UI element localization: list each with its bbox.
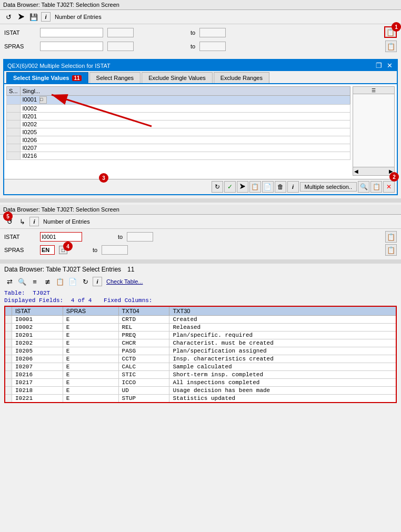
bottom-title-row: Data Browser: Table TJ02T Select Entries…: [4, 266, 397, 273]
bt-icon5[interactable]: 📋: [55, 276, 65, 287]
cell-txt30: All inspections completed: [169, 379, 396, 387]
col-singl: Singl...: [20, 87, 350, 96]
cell-spras: E: [63, 395, 118, 403]
middle-istat-input[interactable]: [40, 232, 82, 242]
cell-spras: E: [63, 324, 118, 332]
top-field-area: ISTAT to 📋 1 SPRAS to: [0, 24, 401, 56]
row-marker: [5, 387, 12, 395]
sync-icon-btn[interactable]: ↻: [212, 181, 223, 193]
filter-icon-btn[interactable]: 🔍: [358, 181, 369, 193]
istat-input2[interactable]: [107, 28, 134, 37]
badge-4: 4: [63, 242, 73, 251]
left-arrow-icon[interactable]: ◀: [354, 168, 358, 174]
cell-txt04: CALC: [118, 363, 169, 371]
spras-input2[interactable]: [107, 42, 134, 51]
row-marker: [5, 339, 12, 347]
paste-icon-btn[interactable]: 📋: [370, 181, 382, 193]
cell-istat: I0221: [12, 395, 63, 403]
cell-txt30: Short-term insp. completed: [169, 371, 396, 379]
table-row[interactable]: I0207: [7, 144, 350, 152]
bt-icon3[interactable]: ≡: [29, 276, 40, 287]
tab-exclude-ranges[interactable]: Exclude Ranges: [214, 72, 269, 83]
bt-info-icon[interactable]: i: [93, 277, 102, 286]
cell-txt30: Sample calculated: [169, 363, 396, 371]
middle-fwd-icon[interactable]: ↳: [17, 216, 27, 227]
spras-input[interactable]: [40, 42, 103, 51]
trash-icon-btn[interactable]: 🗑: [275, 181, 286, 193]
istat-label: ISTAT: [4, 29, 36, 36]
table-row[interactable]: I0205 E PASG Plan/specification assigned: [5, 347, 396, 355]
table-info: Table: TJ02T: [4, 290, 397, 296]
middle-window-title: Data Browser: Table TJ02T: Selection Scr…: [0, 205, 401, 215]
copy-icon-btn[interactable]: 📋: [249, 181, 261, 193]
modal-close-icon[interactable]: ✕: [385, 62, 394, 69]
middle-info-icon[interactable]: i: [29, 217, 39, 226]
bt-icon7[interactable]: ↻: [80, 276, 91, 287]
info-icon[interactable]: i: [41, 12, 51, 22]
cell-spras: E: [63, 355, 118, 363]
info-icon-btn[interactable]: i: [287, 181, 299, 193]
table-row[interactable]: I0002 E REL Released: [5, 324, 396, 332]
col-txt30[interactable]: TXT30: [169, 306, 396, 316]
middle-istat-to-input[interactable]: [127, 232, 153, 242]
forward-icon[interactable]: ⮞: [16, 12, 26, 22]
middle-spras-to-input[interactable]: [102, 245, 128, 255]
table-row[interactable]: I0202 E CHCR Characterist. must be creat…: [5, 339, 396, 347]
table-row[interactable]: I0201 E PREQ Plan/specific. required: [5, 332, 396, 339]
spras-select-btn[interactable]: 📋: [385, 41, 397, 52]
bt-icon6[interactable]: 📄: [67, 276, 78, 287]
move-icon-btn[interactable]: ⮞: [237, 181, 248, 193]
save-icon[interactable]: 💾: [28, 12, 39, 22]
table-row[interactable]: I0216: [7, 152, 350, 160]
table-row[interactable]: I0205: [7, 128, 350, 136]
middle-spras-label: SPRAS: [4, 247, 36, 253]
row-marker: [5, 363, 12, 371]
istat-row: ISTAT to 📋 1: [4, 26, 397, 39]
modal-resize-icon[interactable]: ❐: [375, 62, 383, 69]
table-row[interactable]: I0217 E ICCO All inspections completed: [5, 379, 396, 387]
table-row[interactable]: I0207 E CALC Sample calculated: [5, 363, 396, 371]
table-row[interactable]: I0001 □: [7, 96, 350, 105]
middle-section: Data Browser: Table TJ02T: Selection Scr…: [0, 205, 401, 259]
row-val[interactable]: I0001 □: [20, 96, 350, 105]
table-row[interactable]: I0002: [7, 105, 350, 113]
check-icon-btn[interactable]: ✓: [224, 181, 236, 193]
table-row[interactable]: I0218 E UD Usage decision has been made: [5, 387, 396, 395]
istat-input[interactable]: [40, 28, 103, 37]
table-row[interactable]: I0221 E STUP Statistics updated: [5, 395, 396, 403]
tab-select-ranges[interactable]: Select Ranges: [89, 72, 141, 83]
delete-icon-btn[interactable]: 📄: [262, 181, 274, 193]
back-icon[interactable]: ↺: [3, 12, 14, 22]
table-row[interactable]: I0202: [7, 121, 350, 128]
cell-istat: I0216: [12, 371, 63, 379]
table-row[interactable]: I0201: [7, 113, 350, 121]
bt-icon4[interactable]: ≢: [42, 276, 53, 287]
cell-txt30: Released: [169, 324, 396, 332]
cell-spras: E: [63, 379, 118, 387]
middle-spras-select-btn[interactable]: 📋: [385, 244, 397, 256]
col-istat[interactable]: ISTAT: [12, 306, 63, 316]
multi-select-button[interactable]: Multiple selection..: [300, 182, 357, 192]
check-table-btn[interactable]: Check Table...: [106, 278, 143, 285]
data-table: ISTAT SPRAS TXT04 TXT30 I0001 E CRTD Cre…: [4, 306, 397, 403]
cell-spras: E: [63, 347, 118, 355]
close-red-btn[interactable]: ✕: [383, 181, 395, 193]
spras-to-input[interactable]: [199, 42, 226, 51]
row-marker: [5, 355, 12, 363]
cell-istat: I0202: [12, 339, 63, 347]
table-row[interactable]: I0206: [7, 136, 350, 144]
bt-icon1[interactable]: ⇄: [4, 276, 15, 287]
cell-txt30: Plan/specific. required: [169, 332, 396, 339]
table-row[interactable]: I0206 E CCTD Insp. characteristics creat…: [5, 355, 396, 363]
col-txt04[interactable]: TXT04: [118, 306, 169, 316]
middle-spras-input[interactable]: [40, 245, 55, 255]
bt-icon2[interactable]: 🔍: [17, 276, 27, 287]
middle-istat-select-btn[interactable]: 📋: [385, 231, 397, 243]
tab-select-single[interactable]: Select Single Values 11: [6, 72, 88, 83]
istat-to-input[interactable]: [199, 28, 226, 37]
table-row[interactable]: I0001 E CRTD Created: [5, 316, 396, 324]
cell-istat: I0206: [12, 355, 63, 363]
table-row[interactable]: I0216 E STIC Short-term insp. completed: [5, 371, 396, 379]
tab-exclude-single[interactable]: Exclude Single Values: [142, 72, 213, 83]
col-spras[interactable]: SPRAS: [63, 306, 118, 316]
